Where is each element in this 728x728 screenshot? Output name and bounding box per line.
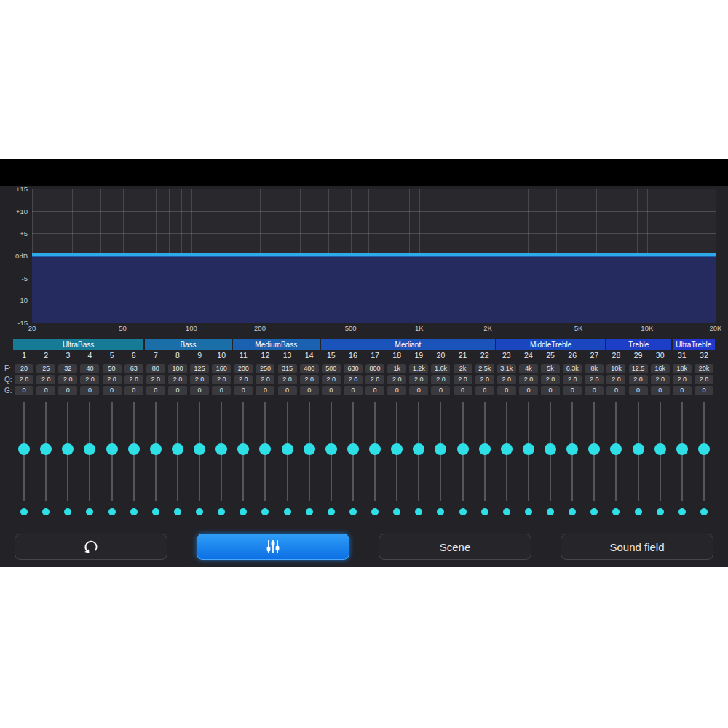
channel-number: 23 (496, 351, 518, 361)
slider-dot-cell (474, 508, 496, 515)
q-value-cell: 2.0 (101, 375, 123, 384)
slider-dot-cell (101, 508, 123, 515)
band-gain-slider (189, 402, 210, 501)
x-axis-tick-label: 20 (28, 324, 36, 332)
g-value-cell: 0 (605, 386, 627, 395)
slider-knob[interactable] (128, 443, 140, 455)
g-value-box: 0 (190, 386, 209, 395)
slider-dot-indicator (152, 508, 159, 515)
sound-field-button[interactable]: Sound field (561, 534, 713, 560)
g-value-cell: 0 (628, 386, 649, 395)
slider-dot-indicator (459, 508, 467, 515)
slider-knob[interactable] (698, 443, 710, 455)
channel-number: 12 (254, 351, 276, 361)
slider-knob[interactable] (676, 443, 688, 455)
band-gain-slider (277, 402, 298, 501)
g-value-cell: 0 (386, 386, 408, 395)
slider-knob[interactable] (435, 443, 446, 455)
slider-knob[interactable] (610, 443, 622, 455)
slider-knob[interactable] (369, 443, 381, 455)
slider-knob[interactable] (18, 443, 30, 455)
channel-number: 9 (189, 351, 210, 361)
slider-knob[interactable] (588, 443, 600, 455)
f-value-cell: 800 (364, 364, 386, 373)
slider-knob[interactable] (501, 443, 513, 455)
f-value-box: 18k (673, 364, 692, 373)
slider-dot-indicator (612, 508, 620, 515)
slider-knob[interactable] (566, 443, 578, 455)
band-segment-mediant: Mediant (321, 339, 496, 350)
q-factor-value-row: 2.02.02.02.02.02.02.02.02.02.02.02.02.02… (13, 375, 715, 384)
equalizer-screen: +15+10+50dB-5-10-1520501002005001K2K5K10… (0, 186, 728, 567)
f-value-box: 100 (168, 364, 187, 373)
slider-knob[interactable] (325, 443, 337, 455)
slider-knob[interactable] (523, 443, 534, 455)
slider-dot-indicator (306, 508, 313, 515)
slider-knob[interactable] (237, 443, 249, 455)
g-value-cell: 0 (539, 386, 561, 395)
f-value-box: 16k (651, 364, 670, 373)
g-value-cell: 0 (561, 386, 583, 395)
slider-knob[interactable] (545, 443, 556, 455)
slider-dot-cell (430, 508, 451, 515)
q-value-box: 2.0 (541, 375, 560, 384)
f-value-cell: 20 (13, 364, 35, 373)
slider-knob[interactable] (633, 443, 644, 455)
slider-knob[interactable] (194, 443, 205, 455)
q-value-cell: 2.0 (605, 375, 627, 384)
slider-dot-cell (628, 508, 649, 515)
g-value-box: 0 (409, 386, 428, 395)
slider-knob[interactable] (84, 443, 95, 455)
channel-number: 6 (123, 351, 145, 361)
channel-number: 15 (320, 351, 342, 361)
q-value-cell: 2.0 (167, 375, 189, 384)
q-value-box: 2.0 (629, 375, 648, 384)
q-value-box: 2.0 (278, 375, 297, 384)
f-value-box: 800 (365, 364, 384, 373)
q-value-cell: 2.0 (561, 375, 583, 384)
g-value-cell: 0 (145, 386, 167, 395)
channel-number: 10 (210, 351, 232, 361)
band-gain-slider (364, 402, 386, 501)
band-segment-middletreble: MiddleTreble (496, 339, 605, 350)
slider-knob[interactable] (106, 443, 118, 455)
slider-knob[interactable] (40, 443, 52, 455)
channel-number: 30 (649, 351, 671, 361)
slider-knob[interactable] (413, 443, 424, 455)
channel-number: 2 (35, 351, 57, 361)
slider-knob[interactable] (391, 443, 403, 455)
slider-dot-indicator (349, 508, 357, 515)
band-gain-slider (539, 402, 561, 501)
slider-knob[interactable] (304, 443, 315, 455)
f-value-cell: 250 (254, 364, 276, 373)
slider-knob[interactable] (172, 443, 183, 455)
slider-knob[interactable] (479, 443, 491, 455)
f-value-box: 2.5k (475, 364, 494, 373)
slider-knob[interactable] (457, 443, 469, 455)
equalizer-button[interactable] (197, 534, 349, 560)
band-gain-slider (430, 402, 451, 501)
slider-knob[interactable] (62, 443, 74, 455)
x-axis-tick-label: 5K (574, 324, 583, 332)
slider-knob[interactable] (347, 443, 359, 455)
q-value-box: 2.0 (256, 375, 274, 384)
slider-dot-indicator (415, 508, 422, 515)
slider-knob[interactable] (150, 443, 162, 455)
slider-knob[interactable] (259, 443, 271, 455)
f-value-cell: 1.6k (430, 364, 451, 373)
slider-knob[interactable] (654, 443, 666, 455)
slider-knob[interactable] (282, 443, 293, 455)
grid-line-horizontal (32, 233, 716, 234)
g-value-cell: 0 (320, 386, 342, 395)
reset-button[interactable] (15, 534, 167, 560)
band-gain-slider (13, 402, 35, 501)
scene-button[interactable]: Scene (379, 534, 531, 560)
channel-number: 17 (364, 351, 386, 361)
x-axis-tick-label: 2K (483, 324, 492, 332)
q-value-box: 2.0 (212, 375, 231, 384)
g-value-cell: 0 (167, 386, 189, 395)
q-value-box: 2.0 (497, 375, 516, 384)
slider-dot-cell (583, 508, 605, 515)
grid-line-horizontal (32, 323, 716, 323)
slider-knob[interactable] (215, 443, 227, 455)
